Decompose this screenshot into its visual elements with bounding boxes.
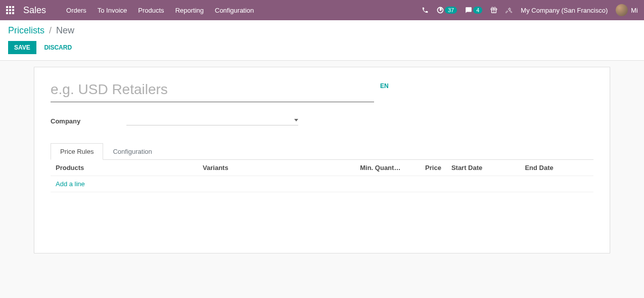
gift-icon[interactable] <box>490 7 497 14</box>
nav-products[interactable]: Products <box>138 7 164 14</box>
user-name[interactable]: Mi <box>631 7 638 14</box>
col-variants[interactable]: Variants <box>198 160 355 176</box>
company-field[interactable] <box>126 116 298 125</box>
app-brand[interactable]: Sales <box>23 5 46 16</box>
discard-button[interactable]: DISCARD <box>38 41 78 54</box>
col-end-date[interactable]: End Date <box>520 160 593 176</box>
company-label: Company <box>51 117 126 125</box>
tabs: Price Rules Configuration <box>51 143 593 160</box>
tab-price-rules[interactable]: Price Rules <box>51 143 103 160</box>
chat-badge: 4 <box>473 7 482 14</box>
nav-menu: Orders To Invoice Products Reporting Con… <box>66 7 254 14</box>
add-line-link[interactable]: Add a line <box>56 180 85 188</box>
tab-configuration[interactable]: Configuration <box>103 143 161 160</box>
breadcrumb-current: New <box>56 25 74 35</box>
apps-icon[interactable] <box>6 6 14 14</box>
activity-badge: 37 <box>445 7 457 14</box>
company-selector[interactable]: My Company (San Francisco) <box>521 7 608 14</box>
nav-reporting[interactable]: Reporting <box>175 7 204 14</box>
avatar[interactable] <box>616 4 628 16</box>
chat-icon[interactable]: 4 <box>465 7 482 14</box>
price-rules-table: Products Variants Min. Quant… Price Star… <box>51 160 593 192</box>
language-button[interactable]: EN <box>380 82 389 90</box>
nav-configuration[interactable]: Configuration <box>215 7 254 14</box>
col-price[interactable]: Price <box>406 160 446 176</box>
nav-to-invoice[interactable]: To Invoice <box>98 7 127 14</box>
col-start-date[interactable]: Start Date <box>446 160 520 176</box>
activity-icon[interactable]: 37 <box>437 7 457 14</box>
company-input[interactable] <box>126 116 294 124</box>
breadcrumb-sep: / <box>49 25 52 35</box>
pricelist-name-input[interactable] <box>51 79 374 102</box>
chevron-down-icon[interactable] <box>294 119 298 121</box>
tools-icon[interactable] <box>505 7 513 14</box>
sheet-wrap: EN Company Price Rules Configuration Pro… <box>0 67 644 253</box>
control-panel: Pricelists / New SAVE DISCARD <box>0 20 644 61</box>
phone-icon[interactable] <box>422 7 429 14</box>
save-button[interactable]: SAVE <box>8 41 36 54</box>
breadcrumb-parent[interactable]: Pricelists <box>8 25 44 35</box>
top-nav: Sales Orders To Invoice Products Reporti… <box>0 0 644 20</box>
nav-orders[interactable]: Orders <box>66 7 86 14</box>
col-min-qty[interactable]: Min. Quant… <box>355 160 405 176</box>
form-sheet: EN Company Price Rules Configuration Pro… <box>34 67 610 253</box>
nav-right: 37 4 My Company (San Francisco) Mi <box>422 4 638 16</box>
breadcrumb: Pricelists / New <box>8 25 636 36</box>
col-products[interactable]: Products <box>51 160 198 176</box>
